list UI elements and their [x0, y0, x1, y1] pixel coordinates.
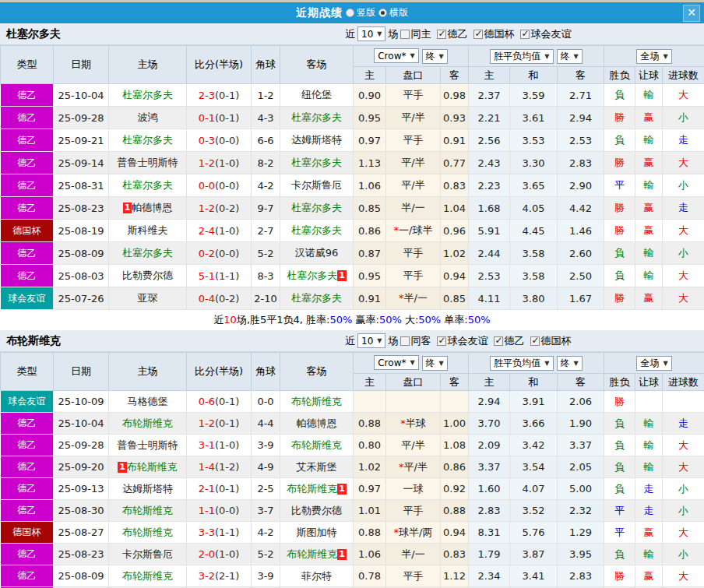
- match-count-select[interactable]: 10▼: [357, 26, 385, 41]
- ah-home-odds: 0.87: [354, 242, 386, 265]
- result-verdict: 大: [678, 526, 688, 538]
- ah-away-odds: 0.88: [441, 500, 469, 522]
- result-verdict: 負: [614, 134, 625, 146]
- radio-unchecked-icon[interactable]: [346, 9, 354, 17]
- team-label: 比勒费尔德: [291, 505, 342, 516]
- eu-away-odds: 5.00: [558, 478, 604, 500]
- odds-value: 0.91: [358, 293, 381, 305]
- ah-home-odds: 0.88: [354, 522, 386, 544]
- fulltime-score: 2-3: [199, 90, 215, 101]
- team-label: 斯科维夫: [128, 224, 168, 236]
- result-goals: [663, 391, 704, 413]
- team-label: 帕德博恩: [132, 202, 172, 213]
- team-label: 杜塞尔多夫: [291, 292, 342, 304]
- same-venue-checkbox[interactable]: [400, 336, 410, 346]
- page-title: 近期战绩: [296, 6, 343, 20]
- team-label: 杜塞尔多夫: [291, 224, 342, 236]
- column-header: 类型: [1, 46, 54, 84]
- same-venue-filter[interactable]: 同客: [400, 334, 431, 348]
- result-verdict: 負: [614, 89, 625, 100]
- same-venue-checkbox[interactable]: [400, 30, 410, 39]
- result-wdl: 負: [604, 544, 635, 565]
- odds-value: 1.02: [443, 248, 466, 259]
- bookmaker-select[interactable]: Crow*▼: [374, 48, 418, 63]
- result-wdl: 平: [604, 500, 635, 522]
- result-wdl: 負: [604, 456, 635, 478]
- halftime-score: (0-0): [215, 248, 239, 259]
- eu-draw-odds: 5.76: [510, 522, 558, 544]
- away-team: 杜塞尔多夫: [280, 152, 354, 174]
- wdl-average-select[interactable]: 胜平负均值▼: [490, 356, 553, 371]
- eu-home-odds: 1.60: [469, 478, 510, 500]
- eu-away-odds: 1.29: [558, 522, 604, 544]
- final-odds-select[interactable]: 终▼: [557, 356, 583, 371]
- league-checkbox[interactable]: [530, 336, 540, 346]
- team-name: 布轮斯维克: [6, 334, 61, 348]
- dropdown-arrow-icon: ▼: [410, 52, 414, 59]
- league-checkbox[interactable]: [437, 30, 446, 39]
- league-filter[interactable]: 德国杯: [530, 334, 571, 348]
- fulltime-score: 0-0: [199, 180, 215, 192]
- team-label: 亚琛: [138, 292, 158, 304]
- halftime-score: (0-1): [215, 396, 239, 407]
- radio-checked-icon[interactable]: [378, 9, 387, 17]
- eu-home-odds: 5.91: [469, 220, 510, 242]
- league-filter[interactable]: 德国杯: [473, 27, 514, 41]
- final-odds-select[interactable]: 终▼: [422, 356, 448, 371]
- result-verdict: 勝: [614, 396, 625, 407]
- result-verdict: 走: [678, 202, 688, 213]
- match-score: 2-0(1-0): [187, 544, 252, 565]
- sub-column-header: 让球: [635, 67, 663, 84]
- fulltime-score: 5-1: [199, 270, 215, 282]
- layout-radio-horizontal[interactable]: 横版: [378, 6, 408, 19]
- league-checkbox[interactable]: [494, 336, 503, 346]
- same-venue-filter[interactable]: 同主: [400, 27, 431, 41]
- fulltime-score: 2-1: [199, 483, 215, 495]
- away-team: 布轮斯维克: [280, 391, 354, 413]
- team-label: 菲尔特: [301, 570, 332, 582]
- eu-home-odds: 8.31: [469, 522, 510, 544]
- match-score: 0-6(0-1): [187, 391, 252, 413]
- team-label: 布轮斯维克: [122, 570, 173, 582]
- ah-handicap: 平手: [386, 565, 441, 587]
- match-type: 德乙: [1, 107, 54, 129]
- layout-radio-vertical[interactable]: 竖版: [346, 6, 375, 19]
- result-verdict: 平: [614, 526, 625, 538]
- bookmaker-select[interactable]: Crow*▼: [374, 355, 418, 370]
- match-count-select[interactable]: 10▼: [357, 333, 385, 348]
- result-verdict: 輸: [644, 439, 654, 451]
- match-score: 1-2(1-0): [187, 152, 252, 174]
- league-filter[interactable]: 德乙: [437, 27, 467, 41]
- team-label: 布轮斯维克: [122, 505, 173, 516]
- league-checkbox[interactable]: [473, 30, 483, 39]
- eu-group-header: 胜平负均值▼终▼: [469, 46, 604, 67]
- team-label: 艾禾斯堡: [297, 461, 337, 473]
- ah-handicap: 平手: [386, 500, 441, 522]
- ah-home-odds: 0.95: [354, 265, 386, 287]
- league-checkbox[interactable]: [520, 30, 530, 39]
- match-type: 德乙: [1, 456, 54, 478]
- match-scope-select[interactable]: 全场▼: [636, 49, 671, 64]
- match-scope-select[interactable]: 全场▼: [636, 356, 671, 371]
- halftime-score: (1-0): [215, 439, 239, 451]
- ah-home-odds: 0.97: [354, 129, 386, 152]
- home-team: 1帕德博恩: [109, 197, 187, 220]
- result-verdict: 勝: [614, 111, 625, 123]
- league-filter[interactable]: 球会友谊: [437, 334, 488, 348]
- league-filter[interactable]: 球会友谊: [520, 27, 571, 41]
- odds-value: 半/一: [401, 202, 424, 213]
- summary-segment: 大:: [402, 314, 419, 326]
- odds-value: 0.94: [443, 526, 466, 538]
- result-group-header: 全场▼: [604, 46, 704, 67]
- match-type: 德乙: [1, 565, 54, 587]
- close-button[interactable]: ✕: [683, 5, 700, 22]
- fulltime-score: 1-2: [199, 202, 215, 214]
- match-row: 德乙25-08-03比勒费尔德5-1(1-1)8-3杜塞尔多夫10.95平手0.…: [1, 265, 704, 287]
- wdl-average-select[interactable]: 胜平负均值▼: [490, 49, 553, 64]
- ah-away-odds: 1.04: [441, 197, 469, 220]
- league-filter[interactable]: 德乙: [494, 334, 524, 348]
- league-checkbox[interactable]: [437, 336, 446, 346]
- final-odds-select[interactable]: 终▼: [422, 49, 448, 64]
- eu-away-odds: 2.94: [558, 107, 604, 129]
- final-odds-select[interactable]: 终▼: [557, 49, 583, 64]
